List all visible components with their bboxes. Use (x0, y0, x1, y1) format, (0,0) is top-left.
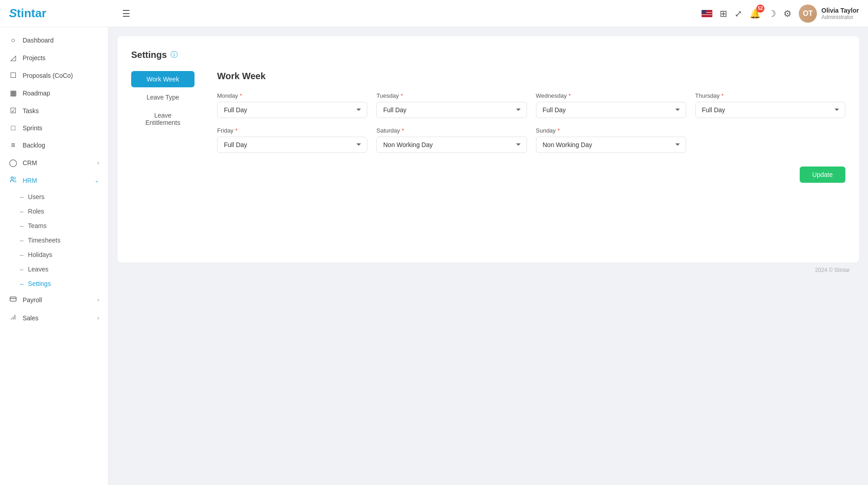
weekday-row-1: Monday * Full Day Half Day Non Working D… (217, 92, 845, 118)
sidebar-sub-item-users[interactable]: – Users (0, 190, 108, 204)
sidebar-sub-label: Users (28, 193, 45, 200)
dash-icon: – (20, 237, 24, 244)
notification-badge: 52 (756, 5, 764, 13)
required-star: * (401, 92, 403, 99)
hamburger-icon[interactable]: ☰ (122, 8, 130, 19)
sidebar-sub-item-roles[interactable]: – Roles (0, 204, 108, 219)
sidebar-item-hrm[interactable]: HRM ⌄ (0, 171, 108, 190)
notification-icon[interactable]: 🔔 52 (749, 8, 761, 19)
dash-icon: – (20, 222, 24, 229)
tuesday-select[interactable]: Full Day Half Day Non Working Day (376, 102, 526, 118)
content-title: Work Week (217, 71, 845, 81)
sidebar-item-proposals[interactable]: ☐ Proposals (CoCo) (0, 67, 108, 84)
sidebar-sub-label: Leaves (28, 266, 48, 273)
friday-group: Friday * Full Day Half Day Non Working D… (217, 127, 367, 153)
sidebar-item-backlog[interactable]: ≡ Backlog (0, 137, 108, 154)
monday-group: Monday * Full Day Half Day Non Working D… (217, 92, 367, 118)
sidebar: ○ Dashboard ◿ Projects ☐ Proposals (CoCo… (0, 27, 109, 485)
sidebar-sub-label: Timesheets (28, 237, 61, 244)
crm-icon: ◯ (9, 158, 17, 167)
sidebar-item-dashboard[interactable]: ○ Dashboard (0, 32, 108, 49)
tab-leave-entitlements[interactable]: Leave Entitlements (131, 107, 194, 131)
sidebar-item-sales[interactable]: Sales › (0, 309, 108, 327)
sidebar-item-tasks[interactable]: ☑ Tasks (0, 102, 108, 119)
required-star: * (235, 127, 237, 134)
sidebar-sub-label: Holidays (28, 251, 52, 258)
weekday-row-2: Friday * Full Day Half Day Non Working D… (217, 127, 845, 153)
sidebar-item-payroll[interactable]: Payroll › (0, 291, 108, 309)
user-role: Administrator (821, 14, 859, 20)
update-button[interactable]: Update (800, 166, 845, 183)
info-icon[interactable]: ⓘ (171, 50, 178, 60)
sunday-label: Sunday * (536, 127, 686, 134)
user-info[interactable]: OT Olivia Taylor Administrator (799, 5, 859, 23)
darkmode-icon[interactable]: ☽ (768, 8, 776, 19)
dash-icon: – (20, 266, 24, 273)
friday-select[interactable]: Full Day Half Day Non Working Day (217, 137, 367, 153)
friday-label: Friday * (217, 127, 367, 134)
sidebar-item-crm[interactable]: ◯ CRM › (0, 154, 108, 171)
sidebar-sub-item-holidays[interactable]: – Holidays (0, 247, 108, 262)
sidebar-sub-item-teams[interactable]: – Teams (0, 219, 108, 233)
required-star: * (240, 92, 242, 99)
sidebar-item-sprints[interactable]: □ Sprints (0, 119, 108, 137)
wednesday-select[interactable]: Full Day Half Day Non Working Day (536, 102, 686, 118)
settings-icon[interactable]: ⚙ (783, 8, 792, 19)
footer-text: 2024 © Stintar (815, 267, 850, 273)
avatar-image: OT (799, 5, 817, 23)
monday-select[interactable]: Full Day Half Day Non Working Day (217, 102, 367, 118)
sidebar-item-label: Tasks (23, 107, 39, 114)
footer: 2024 © Stintar (118, 262, 859, 278)
roadmap-icon: ▦ (9, 89, 17, 97)
sidebar-sub-item-timesheets[interactable]: – Timesheets (0, 233, 108, 247)
wednesday-label: Wednesday * (536, 92, 686, 99)
sidebar-sub-label: Roles (28, 208, 44, 215)
required-star: * (402, 127, 404, 134)
crm-arrow-icon: › (97, 160, 99, 166)
logo: Stintar (9, 6, 118, 20)
sidebar-item-label: Backlog (23, 142, 45, 149)
sidebar-item-label: Projects (23, 54, 46, 62)
fullscreen-icon[interactable]: ⤢ (735, 8, 742, 19)
sidebar-item-label: CRM (23, 159, 37, 166)
wednesday-group: Wednesday * Full Day Half Day Non Workin… (536, 92, 686, 118)
saturday-select[interactable]: Full Day Half Day Non Working Day (376, 137, 526, 153)
required-star: * (558, 127, 560, 134)
header-middle: ☰ (118, 8, 702, 19)
sidebar-sub-item-settings[interactable]: – Settings (0, 276, 108, 291)
sidebar-item-projects[interactable]: ◿ Projects (0, 49, 108, 67)
dash-icon: – (20, 251, 24, 258)
tasks-icon: ☑ (9, 106, 17, 115)
thursday-select[interactable]: Full Day Half Day Non Working Day (695, 102, 845, 118)
hrm-arrow-icon: ⌄ (95, 177, 99, 184)
tab-work-week[interactable]: Work Week (131, 71, 194, 87)
tab-leave-type[interactable]: Leave Type (131, 89, 194, 105)
settings-header: Settings ⓘ (131, 50, 845, 60)
settings-tabs: Work Week Leave Type Leave Entitlements (131, 71, 204, 183)
main-content: Settings ⓘ Work Week Leave Type Leave En… (109, 27, 868, 485)
required-star: * (721, 92, 724, 99)
sidebar-item-label: Payroll (23, 296, 42, 304)
layout: ○ Dashboard ◿ Projects ☐ Proposals (CoCo… (0, 27, 868, 485)
flag-icon[interactable] (702, 10, 712, 17)
avatar: OT (799, 5, 817, 23)
header: Stintar ☰ ⊞ ⤢ 🔔 52 ☽ ⚙ OT Olivia Taylor … (0, 0, 868, 27)
header-right: ⊞ ⤢ 🔔 52 ☽ ⚙ OT Olivia Taylor Administra… (702, 5, 859, 23)
sidebar-item-label: Sales (23, 314, 38, 322)
settings-body: Work Week Leave Type Leave Entitlements … (131, 71, 845, 183)
sidebar-item-label: Dashboard (23, 37, 54, 44)
sunday-select[interactable]: Full Day Half Day Non Working Day (536, 137, 686, 153)
sidebar-item-roadmap[interactable]: ▦ Roadmap (0, 84, 108, 102)
saturday-group: Saturday * Full Day Half Day Non Working… (376, 127, 526, 153)
sidebar-sub-label: Settings (28, 280, 51, 287)
grid-icon[interactable]: ⊞ (720, 8, 727, 19)
backlog-icon: ≡ (9, 141, 17, 149)
logo-text: Stintar (9, 6, 46, 20)
dashboard-icon: ○ (9, 36, 17, 44)
saturday-label: Saturday * (376, 127, 526, 134)
sidebar-sub-item-leaves[interactable]: – Leaves (0, 262, 108, 276)
hrm-icon (9, 176, 17, 185)
sidebar-item-label: HRM (23, 177, 37, 184)
dash-icon: – (20, 208, 24, 215)
payroll-icon (9, 295, 17, 304)
